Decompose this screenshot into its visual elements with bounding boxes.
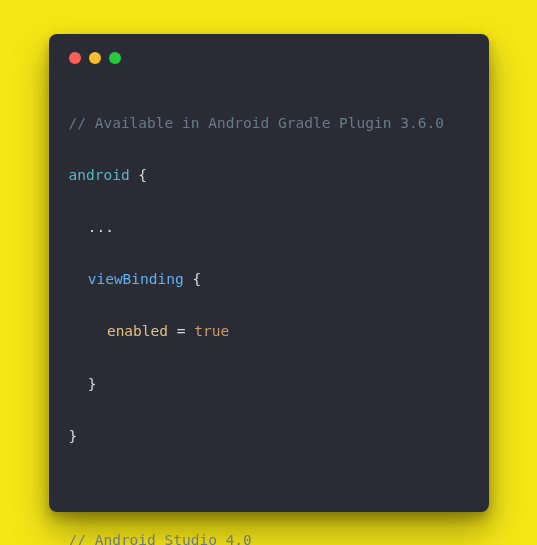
minimize-icon[interactable] — [89, 52, 101, 64]
brace-open: { — [184, 271, 201, 287]
brace-close: } — [69, 428, 78, 444]
code-block: // Available in Android Gradle Plugin 3.… — [69, 84, 469, 546]
brace-close: } — [88, 376, 97, 392]
code-comment: // Android Studio 4.0 — [69, 532, 252, 545]
brace-open: { — [130, 167, 147, 183]
code-identifier: android — [69, 167, 130, 183]
close-icon[interactable] — [69, 52, 81, 64]
code-value: true — [194, 323, 229, 339]
ellipsis: ... — [88, 219, 114, 235]
code-window: // Available in Android Gradle Plugin 3.… — [49, 34, 489, 512]
window-titlebar — [69, 52, 469, 64]
code-property: enabled — [107, 323, 168, 339]
code-section: viewBinding — [88, 271, 184, 287]
assign-op: = — [168, 323, 194, 339]
zoom-icon[interactable] — [109, 52, 121, 64]
code-comment: // Available in Android Gradle Plugin 3.… — [69, 115, 444, 131]
